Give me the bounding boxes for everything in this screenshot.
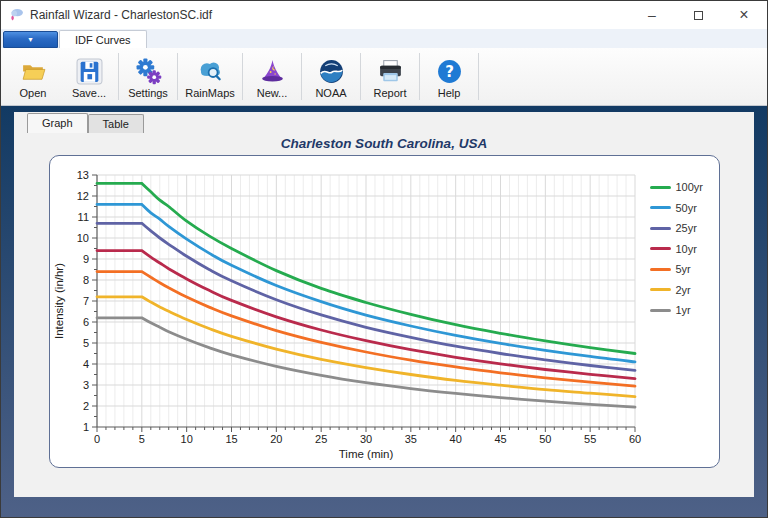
svg-text:20: 20 [270, 433, 282, 445]
svg-text:2: 2 [82, 400, 88, 412]
toolbar-separator [419, 53, 420, 100]
cloud-search-icon [197, 58, 224, 85]
ribbon-tab-idf-curves[interactable]: IDF Curves [59, 30, 147, 48]
rainmaps-button[interactable]: RainMaps [179, 48, 241, 105]
idf-chart: 0510152025303540455055601234567891011121… [49, 155, 720, 468]
svg-text:40: 40 [449, 433, 461, 445]
legend-item-2yr: 2yr [650, 280, 704, 301]
wizard-hat-icon [259, 58, 286, 85]
noaa-logo-icon [318, 58, 345, 85]
toolbar-separator [478, 53, 479, 100]
help-button[interactable]: ? Help [421, 48, 477, 105]
svg-text:45: 45 [494, 433, 506, 445]
noaa-button[interactable]: NOAA [303, 48, 359, 105]
legend-line-swatch [650, 186, 671, 189]
svg-text:0: 0 [93, 433, 99, 445]
svg-text:30: 30 [359, 433, 371, 445]
idf-plot-area: 0510152025303540455055601234567891011121… [50, 156, 721, 469]
chevron-down-icon: ▼ [27, 36, 34, 43]
legend-item-5yr: 5yr [650, 259, 704, 280]
legend-line-swatch [650, 206, 671, 209]
svg-text:1: 1 [82, 421, 88, 433]
legend-label: 10yr [676, 243, 697, 255]
svg-text:50: 50 [539, 433, 551, 445]
help-icon: ? [436, 58, 463, 85]
chart-legend: 100yr50yr25yr10yr5yr2yr1yr [650, 177, 704, 321]
svg-text:8: 8 [82, 274, 88, 286]
report-button[interactable]: Report [362, 48, 418, 105]
svg-text:15: 15 [225, 433, 237, 445]
svg-text:3: 3 [82, 379, 88, 391]
maximize-icon [694, 11, 703, 20]
svg-text:4: 4 [82, 358, 88, 370]
main-toolbar: Open Save... [1, 48, 767, 106]
svg-text:11: 11 [77, 211, 88, 223]
svg-text:6: 6 [82, 316, 88, 328]
minimize-button[interactable]: – [629, 1, 675, 29]
window-title: Rainfall Wizard - CharlestonSC.idf [30, 8, 212, 22]
svg-text:12: 12 [76, 190, 88, 202]
app-window: Rainfall Wizard - CharlestonSC.idf – × ▼… [0, 0, 768, 518]
svg-text:35: 35 [404, 433, 416, 445]
legend-item-50yr: 50yr [650, 198, 704, 219]
toolbar-separator [177, 53, 178, 100]
legend-label: 1yr [676, 304, 691, 316]
legend-label: 2yr [676, 284, 691, 296]
app-menu-button[interactable]: ▼ [3, 31, 58, 48]
new-button[interactable]: New... [244, 48, 300, 105]
chart-title: Charleston South Carolina, USA [14, 136, 754, 153]
legend-label: 5yr [676, 263, 691, 275]
legend-label: 100yr [676, 181, 704, 193]
y-axis-label: Intensity (in/hr) [53, 263, 65, 339]
legend-line-swatch [650, 247, 671, 250]
svg-text:55: 55 [584, 433, 596, 445]
maximize-button[interactable] [675, 1, 721, 29]
toolbar-separator [301, 53, 302, 100]
settings-button[interactable]: Settings [120, 48, 176, 105]
svg-text:5: 5 [138, 433, 144, 445]
svg-text:60: 60 [628, 433, 640, 445]
open-button[interactable]: Open [5, 48, 61, 105]
legend-line-swatch [650, 227, 671, 230]
tab-table[interactable]: Table [88, 114, 144, 133]
svg-text:10: 10 [180, 433, 192, 445]
ribbon-tab-row: ▼ IDF Curves [1, 29, 767, 48]
svg-text:10: 10 [76, 232, 88, 244]
content-panel: Graph Table Charleston South Carolina, U… [14, 112, 754, 497]
tab-graph[interactable]: Graph [27, 113, 88, 133]
legend-item-100yr: 100yr [650, 177, 704, 198]
printer-icon [377, 58, 404, 85]
client-area: Graph Table Charleston South Carolina, U… [1, 106, 767, 517]
folder-open-icon [20, 58, 47, 85]
legend-label: 50yr [676, 202, 697, 214]
legend-item-25yr: 25yr [650, 218, 704, 239]
svg-text:25: 25 [315, 433, 327, 445]
rainfall-wizard-app-icon [8, 7, 24, 23]
svg-text:5: 5 [82, 337, 88, 349]
svg-text:7: 7 [82, 295, 88, 307]
legend-line-swatch [650, 288, 671, 291]
legend-line-swatch [650, 309, 671, 312]
svg-text:?: ? [445, 62, 454, 80]
svg-text:9: 9 [82, 253, 88, 265]
legend-line-swatch [650, 268, 671, 271]
toolbar-separator [118, 53, 119, 100]
window-controls: – × [629, 1, 767, 29]
view-tabs: Graph Table [14, 112, 754, 133]
legend-item-1yr: 1yr [650, 300, 704, 321]
toolbar-separator [242, 53, 243, 100]
title-bar: Rainfall Wizard - CharlestonSC.idf – × [1, 1, 767, 29]
gears-icon [135, 58, 162, 85]
x-axis-label: Time (min) [338, 448, 393, 460]
close-button[interactable]: × [721, 1, 767, 29]
save-icon [76, 58, 103, 85]
save-button[interactable]: Save... [61, 48, 117, 105]
legend-item-10yr: 10yr [650, 239, 704, 260]
svg-text:13: 13 [76, 169, 88, 181]
toolbar-separator [360, 53, 361, 100]
legend-label: 25yr [676, 222, 697, 234]
